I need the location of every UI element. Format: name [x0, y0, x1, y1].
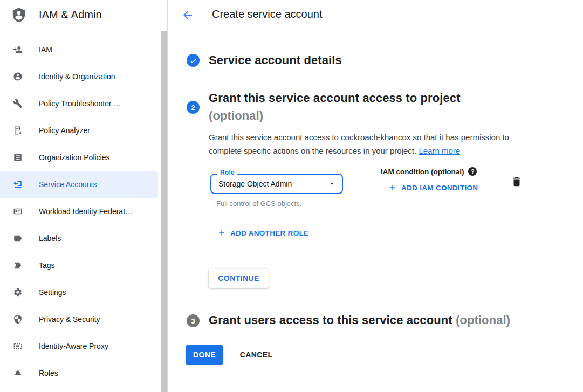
sidebar-item-roles[interactable]: Roles	[0, 360, 158, 387]
sidebar-item-label: Policy Analyzer	[39, 126, 90, 135]
trash-icon[interactable]	[511, 176, 523, 188]
person-add-icon	[13, 45, 23, 54]
back-arrow-icon[interactable]	[180, 8, 195, 23]
sidebar-item-label: Settings	[39, 288, 66, 297]
service-account-icon	[13, 180, 23, 189]
sidebar-item-identity-aware-proxy[interactable]: Identity-Aware Proxy	[0, 333, 158, 360]
sidebar-item-labels[interactable]: Labels	[0, 225, 158, 252]
wrench-icon	[13, 99, 23, 108]
sidebar-item-organization-policies[interactable]: Organization Policies	[0, 144, 158, 171]
add-another-role-button[interactable]: ADD ANOTHER ROLE	[217, 229, 308, 237]
sidebar-item-privacy-security[interactable]: Privacy & Security	[0, 306, 158, 333]
plus-icon	[217, 229, 226, 237]
step2-title: Grant this service account access to pro…	[209, 91, 532, 123]
sidebar-item-label: Labels	[39, 234, 61, 243]
sidebar-item-iam[interactable]: IAM	[0, 36, 158, 63]
sidebar-scrollbar[interactable]	[161, 31, 167, 392]
role-field-label: Role	[217, 169, 237, 176]
step-connector	[193, 129, 193, 300]
sidebar-header: IAM & Admin	[0, 0, 167, 30]
sidebar-item-label: Privacy & Security	[39, 315, 100, 324]
step-connector	[193, 73, 193, 87]
step1-complete-badge	[187, 54, 200, 67]
iap-icon	[13, 341, 23, 351]
done-button[interactable]: DONE	[186, 345, 223, 365]
gear-icon	[13, 287, 23, 297]
step2-optional-label: (optional)	[209, 109, 532, 123]
org-policies-icon	[13, 153, 23, 162]
role-selected-value: Storage Object Admin	[218, 180, 329, 188]
iam-condition-label: IAM condition (optional) ?	[381, 167, 477, 176]
tag-arrow-icon	[13, 260, 23, 270]
sidebar-item-label: Tags	[39, 261, 55, 270]
roles-hat-icon	[13, 368, 23, 378]
sidebar-item-identity-organization[interactable]: Identity & Organization	[0, 63, 158, 90]
sidebar-item-label: Service Accounts	[39, 180, 97, 189]
badge-card-icon	[13, 207, 23, 216]
sidebar-item-policy-analyzer[interactable]: Policy Analyzer	[0, 117, 158, 144]
shield-half-icon	[13, 314, 23, 324]
add-iam-condition-button[interactable]: ADD IAM CONDITION	[388, 183, 478, 192]
step1-title: Service account details	[209, 53, 342, 67]
main-content: Create service account Service account d…	[168, 0, 583, 392]
main-header: Create service account	[168, 0, 583, 30]
sidebar-item-settings[interactable]: Settings	[0, 279, 158, 306]
shield-person-logo	[11, 7, 27, 23]
learn-more-link[interactable]: Learn more	[419, 146, 460, 155]
sidebar-item-label: Policy Troubleshooter …	[39, 99, 121, 108]
sidebar-item-tags[interactable]: Tags	[0, 252, 158, 279]
sidebar-item-label: Identity & Organization	[39, 72, 115, 81]
product-title: IAM & Admin	[39, 9, 102, 21]
sidebar-item-policy-troubleshooter[interactable]: Policy Troubleshooter …	[0, 90, 158, 117]
sidebar-item-label: IAM	[39, 45, 52, 54]
step3-number-badge: 3	[187, 314, 200, 327]
cancel-button[interactable]: CANCEL	[234, 345, 279, 365]
sidebar-item-label: Roles	[39, 369, 58, 377]
role-select[interactable]: Role Storage Object Admin	[210, 174, 343, 194]
question-mark-icon[interactable]: ?	[468, 167, 477, 176]
sidebar-item-service-accounts[interactable]: Service Accounts	[0, 171, 158, 198]
step3-optional-label: (optional)	[456, 313, 510, 327]
step2-description: Grant this service account access to coc…	[209, 130, 530, 157]
policy-analyzer-icon	[13, 126, 23, 135]
page-title: Create service account	[212, 8, 323, 20]
role-helper-text: Full control of GCS objects.	[216, 200, 301, 208]
sidebar-item-label: Organization Policies	[39, 153, 110, 162]
role-field: Role Storage Object Admin	[210, 174, 343, 194]
person-circle-icon	[13, 72, 23, 81]
continue-button[interactable]: CONTINUE	[209, 269, 269, 288]
sidebar-item-label: Workload Identity Federat…	[39, 207, 133, 216]
page: IAM & Admin IAM Identity & Organization …	[0, 0, 583, 392]
step2-number-badge: 2	[187, 101, 200, 114]
sidebar: IAM & Admin IAM Identity & Organization …	[0, 0, 168, 392]
step3-title: Grant users access to this service accou…	[209, 313, 565, 327]
sidebar-nav: IAM Identity & Organization Policy Troub…	[0, 36, 158, 387]
sidebar-item-workload-identity-federat[interactable]: Workload Identity Federat…	[0, 198, 158, 225]
dropdown-arrow-icon	[329, 181, 335, 187]
sidebar-item-label: Identity-Aware Proxy	[39, 342, 108, 350]
plus-icon	[388, 183, 397, 192]
check-icon	[189, 57, 197, 65]
label-icon	[13, 233, 23, 243]
